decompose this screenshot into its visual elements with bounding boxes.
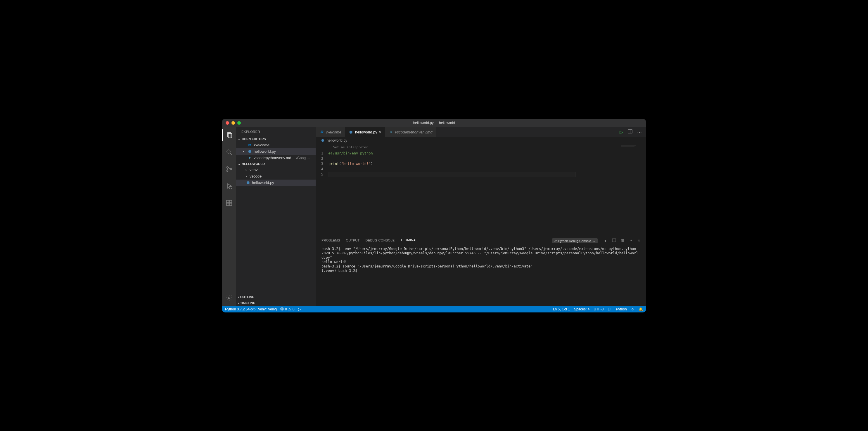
workspace-label: HELLOWORLD [242,162,265,166]
editor-actions: ▷ ⋯ [616,127,646,137]
open-editor-welcome[interactable]: ⧉ Welcome [236,142,316,148]
code-token: ) [371,162,373,166]
blank-close-slot [241,156,246,160]
svg-rect-9 [226,200,229,203]
status-spaces[interactable]: Spaces: 4 [574,307,589,311]
status-errors[interactable]: ⓧ 0 ⚠ 0 [280,307,294,311]
minimap[interactable] [611,144,646,236]
folder-venv[interactable]: .venv [236,167,316,173]
terminal-selector-label: 3: Python Debug Console [554,239,591,243]
terminal-output[interactable]: bash-3.2$ env "/Users/jemurray/Google Dr… [316,245,646,306]
search-icon[interactable] [222,146,236,158]
workspace-header[interactable]: HELLOWORLD [236,161,316,167]
current-line-highlight [329,172,576,177]
python-file-icon: ⬢ [246,180,250,185]
warning-icon: ⚠ [288,307,291,311]
split-editor-icon[interactable] [628,129,632,135]
chevron-down-icon [238,137,241,141]
close-icon[interactable]: × [241,149,246,154]
chevron-right-icon [246,168,247,172]
file-tree: .venv .vscode ⬢ helloworld.py [236,167,316,186]
file-label: helloworld.py [252,180,274,185]
code-token: "hello world!" [341,162,371,166]
run-icon[interactable]: ▷ [620,129,623,135]
status-ln-col[interactable]: Ln 5, Col 1 [553,307,570,311]
svg-point-2 [227,150,230,153]
status-encoding[interactable]: UTF-8 [594,307,603,311]
split-terminal-icon[interactable] [612,238,616,243]
warning-count: 0 [292,307,294,311]
python-file-icon: ⬢ [247,149,252,154]
svg-point-13 [228,297,230,299]
line-number: 1 [316,151,323,156]
chevron-right-icon [246,174,247,178]
bottom-panel: PROBLEMS OUTPUT DEBUG CONSOLE TERMINAL 3… [316,236,646,306]
panel-action-icons: ＋ 🗑 ＾ × [603,238,640,243]
line-number: 2 [316,156,323,161]
folder-label: .venv [248,168,257,172]
vscode-window: helloworld.py — helloworld [222,119,646,312]
close-panel-icon[interactable]: × [638,238,640,243]
panel-tab-terminal[interactable]: TERMINAL [400,238,417,243]
new-terminal-icon[interactable]: ＋ [603,238,607,243]
maximize-panel-icon[interactable]: ＾ [629,238,633,243]
explorer-icon[interactable] [222,129,236,141]
open-editor-helloworld[interactable]: × ⬢ helloworld.py [236,148,316,155]
code-content[interactable]: #!/usr/bin/env python print("hello world… [329,144,611,236]
svg-rect-12 [229,200,232,203]
kill-terminal-icon[interactable]: 🗑 [621,238,625,243]
panel-tab-output[interactable]: OUTPUT [346,239,360,243]
run-debug-icon[interactable] [222,180,236,192]
status-eol[interactable]: LF [608,307,612,311]
settings-gear-icon[interactable] [222,292,236,304]
timeline-label: TIMELINE [240,301,255,305]
status-python-interpreter[interactable]: Python 3.7.2 64-bit ('.venv': venv) [225,307,277,311]
open-editor-label: Welcome [254,143,270,147]
code-token: #!/usr/bin/env python [329,151,373,155]
status-run-icon[interactable]: ▷ [298,307,301,311]
code-token: print [329,162,339,166]
status-bar: Python 3.7.2 64-bit ('.venv': venv) ⓧ 0 … [222,306,646,312]
error-icon: ⓧ [280,307,284,311]
status-bell-icon[interactable]: 🔔 [639,307,643,311]
tab-welcome[interactable]: ⧉ Welcome [316,127,345,137]
line-gutter: 1 2 3 4 5 [316,144,329,236]
explorer-sidebar: EXPLORER OPEN EDITORS ⧉ Welcome × ⬢ hell… [236,127,316,306]
breadcrumb[interactable]: ⬢ helloworld.py [316,137,646,144]
open-editor-label: vscodepythonvenv.md [254,156,291,160]
line-number: 5 [316,172,323,177]
folder-vscode[interactable]: .vscode [236,173,316,179]
status-language[interactable]: Python [616,307,627,311]
line-number: 4 [316,166,323,172]
code-editor[interactable]: Set as interpreter 1 2 3 4 5 #!/usr/bin/… [316,144,646,236]
window-title: helloworld.py — helloworld [222,121,646,125]
title-bar: helloworld.py — helloworld [222,119,646,127]
file-helloworld[interactable]: ⬢ helloworld.py [236,179,316,186]
tab-vscodepythonvenv[interactable]: ▾ vscodepythonvenv.md [385,127,436,137]
extensions-icon[interactable] [222,197,236,209]
python-file-icon: ⬢ [349,130,353,134]
open-editor-label: helloworld.py [254,149,276,154]
python-file-icon: ⬢ [320,138,325,143]
status-feedback-icon[interactable]: ☺ [631,307,634,311]
panel-tabs: PROBLEMS OUTPUT DEBUG CONSOLE TERMINAL 3… [316,236,646,245]
source-control-icon[interactable] [222,163,236,175]
tab-label: Welcome [326,130,341,134]
svg-rect-11 [229,203,232,206]
svg-line-3 [230,153,232,155]
chevron-down-icon: ⌄ [593,239,595,243]
svg-point-4 [227,166,228,168]
markdown-file-icon: ▾ [389,130,393,134]
timeline-section[interactable]: TIMELINE [236,300,316,306]
open-editors-header[interactable]: OPEN EDITORS [236,136,316,142]
more-actions-icon[interactable]: ⋯ [637,129,642,135]
terminal-selector[interactable]: 3: Python Debug Console ⌄ [552,238,598,243]
open-editor-vscodepythonvenv[interactable]: ▾ vscodepythonvenv.md ~/Googl… [236,155,316,161]
panel-tab-problems[interactable]: PROBLEMS [321,239,340,243]
panel-tab-debug-console[interactable]: DEBUG CONSOLE [366,239,395,243]
close-icon[interactable]: × [379,130,381,134]
activity-bar [222,127,236,306]
folder-label: .vscode [248,174,261,178]
tab-helloworld[interactable]: ⬢ helloworld.py × [345,127,385,137]
outline-section[interactable]: OUTLINE [236,294,316,300]
